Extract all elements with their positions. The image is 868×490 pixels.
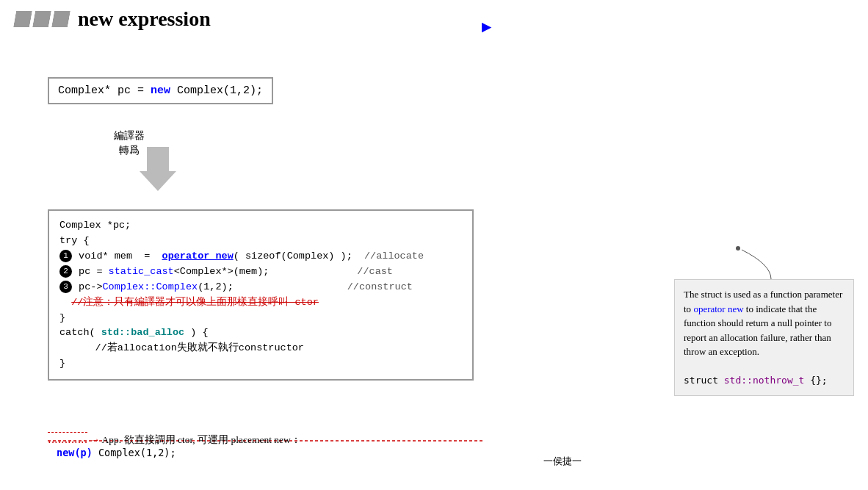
- icon2: [32, 11, 51, 27]
- icon3: [51, 11, 70, 27]
- code-line-4: 2 pc = static_cast<Complex*>(mem);//cast: [59, 264, 462, 280]
- complex-call: Complex(1,2);: [93, 447, 176, 458]
- comment-allocate: //allocate: [364, 251, 424, 262]
- note-text: The struct is used as a function paramet…: [684, 287, 845, 359]
- right-note-box: The struct is used as a function paramet…: [674, 279, 854, 396]
- pointer-arrow: ▶: [482, 20, 491, 34]
- code-line-3: 1 void* mem = operator new( sizeof(Compl…: [59, 249, 462, 264]
- annotation-code: new(p) Complex(1,2);: [57, 447, 176, 458]
- code-line-6: //注意：只有編譯器才可以像上面那樣直接呼叫 ctor: [59, 295, 462, 311]
- comment-cast: //cast: [357, 266, 393, 277]
- code-line-7: }: [59, 311, 462, 326]
- comment-construct: //construct: [347, 281, 413, 292]
- bottom-code-box: Complex *pc; try { 1 void* mem = operato…: [48, 209, 474, 381]
- svg-point-1: [736, 246, 740, 251]
- ctor-call: Complex::Complex: [103, 281, 198, 292]
- code-line-9: //若allocation失敗就不執行constructor: [59, 341, 462, 356]
- code-line-1: Complex *pc;: [59, 218, 462, 234]
- header: new expression: [0, 0, 868, 38]
- icon1: [13, 11, 32, 27]
- bottom-annotation: ‥‥‥‥‥‥ → App. 欲直接調用 ctor, 可運用 placement …: [48, 433, 301, 459]
- annotation-arrow: →: [90, 434, 100, 445]
- code-line-2: try {: [59, 234, 462, 249]
- dashed-line-start: ‥‥‥‥‥‥: [48, 432, 87, 445]
- code-line-10: }: [59, 356, 462, 372]
- code-line-5: 3 pc->Complex::Complex(1,2);//construct: [59, 280, 462, 295]
- op-new-1: operator new: [162, 251, 234, 262]
- static-cast: static_cast: [109, 266, 174, 277]
- note-struct-line: struct std::nothrow_t {};: [684, 373, 845, 388]
- page: new expression Complex* pc = new Complex…: [0, 0, 868, 490]
- note-op-new: operator new: [693, 303, 743, 314]
- note-nothrow: std::nothrow_t: [724, 375, 805, 386]
- circle-2: 2: [59, 265, 72, 278]
- new-placement: new(p): [57, 447, 93, 458]
- page-title: new expression: [78, 7, 211, 31]
- top-code-box: Complex* pc = new Complex(1,2);: [48, 77, 273, 104]
- code-line-8: catch( std::bad_alloc ) {: [59, 325, 462, 341]
- arrow-label-text: 編譯器轉爲: [114, 129, 145, 157]
- top-code-line: Complex* pc = new Complex(1,2);: [58, 84, 263, 97]
- strikethrough-comment: //注意：只有編譯器才可以像上面那樣直接呼叫 ctor: [71, 297, 319, 308]
- circle-3: 3: [59, 281, 72, 293]
- circle-1: 1: [59, 250, 72, 262]
- down-arrow-shape: [140, 147, 176, 191]
- author: 一侯捷一: [543, 455, 582, 468]
- arrow-label: 編譯器轉爲: [114, 129, 145, 157]
- header-icons: [15, 11, 69, 27]
- keyword-new: new: [151, 84, 170, 97]
- bad-alloc: std::bad_alloc: [101, 327, 184, 338]
- annotation-text: App. 欲直接調用 ctor, 可運用 placement new：: [102, 434, 301, 445]
